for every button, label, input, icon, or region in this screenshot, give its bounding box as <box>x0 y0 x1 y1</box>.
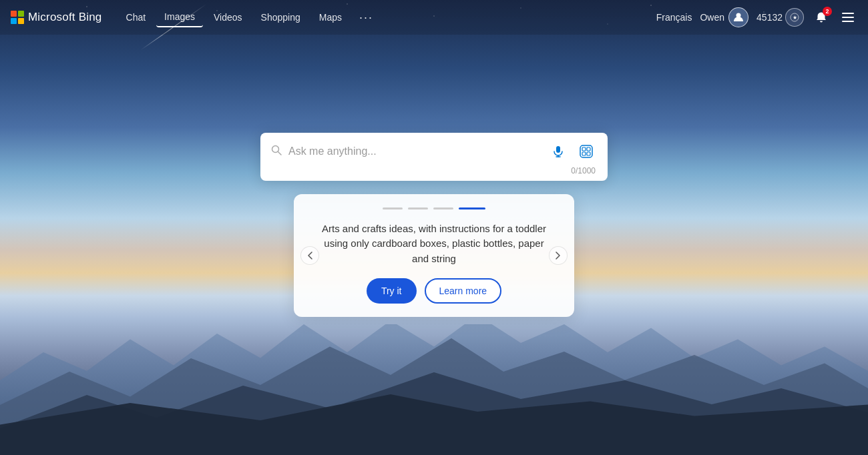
nav-link-shopping[interactable]: Shopping <box>253 8 308 27</box>
points-value: 45132 <box>756 12 783 23</box>
search-input-row <box>271 141 597 162</box>
search-box: 0/1000 <box>260 133 608 181</box>
svg-rect-15 <box>587 152 590 155</box>
prev-slide-button[interactable] <box>300 246 319 265</box>
suggestion-text: Arts and crafts ideas, with instructions… <box>304 221 564 267</box>
ms-logo-blue <box>11 18 17 24</box>
indicator-dot-3[interactable] <box>433 207 453 209</box>
hamburger-menu-button[interactable] <box>839 8 857 27</box>
indicator-dot-1[interactable] <box>383 207 403 209</box>
notification-count: 2 <box>823 7 832 16</box>
search-input[interactable] <box>288 145 541 157</box>
microphone-button[interactable] <box>548 141 569 162</box>
character-counter: 0/1000 <box>271 166 597 175</box>
indicator-dot-4[interactable] <box>459 207 485 209</box>
image-search-button[interactable] <box>576 141 597 162</box>
microsoft-logo-icon <box>11 11 24 24</box>
learn-more-button[interactable]: Learn more <box>425 278 502 304</box>
search-icon <box>271 145 282 158</box>
indicator-dot-2[interactable] <box>408 207 428 209</box>
ms-logo-red <box>11 11 17 17</box>
svg-rect-12 <box>582 147 586 151</box>
svg-text:★: ★ <box>793 15 797 21</box>
svg-rect-11 <box>580 145 592 157</box>
language-selector[interactable]: Français <box>656 12 692 23</box>
next-slide-button[interactable] <box>549 246 568 265</box>
svg-rect-5 <box>842 21 854 22</box>
suggestion-card: Arts and crafts ideas, with instructions… <box>294 194 574 318</box>
main-content: 0/1000 Arts and crafts ideas, with instr… <box>0 35 868 455</box>
user-menu[interactable]: Owen <box>700 7 748 27</box>
more-menu-button[interactable]: ··· <box>353 7 380 29</box>
ms-logo-yellow <box>18 18 24 24</box>
rewards-points[interactable]: 45132 ★ <box>756 8 804 27</box>
svg-rect-13 <box>587 147 590 151</box>
nav-links: Chat Images Videos Shopping Maps ··· <box>118 7 656 29</box>
svg-rect-8 <box>556 146 560 153</box>
try-it-button[interactable]: Try it <box>367 278 417 304</box>
bing-brand-text: Microsoft Bing <box>28 11 102 24</box>
svg-rect-4 <box>842 17 854 18</box>
nav-link-chat[interactable]: Chat <box>118 8 154 27</box>
navbar-right: Français Owen 45132 ★ 2 <box>656 7 857 27</box>
user-name: Owen <box>700 12 724 23</box>
nav-link-images[interactable]: Images <box>156 7 203 27</box>
slide-indicators <box>304 207 564 209</box>
svg-rect-14 <box>582 152 586 155</box>
nav-link-maps[interactable]: Maps <box>311 8 350 27</box>
rewards-icon: ★ <box>785 8 804 27</box>
ms-logo-green <box>18 11 24 17</box>
nav-link-videos[interactable]: Videos <box>206 8 250 27</box>
notifications-button[interactable]: 2 <box>812 8 831 27</box>
user-avatar <box>728 7 748 27</box>
svg-line-7 <box>278 151 282 155</box>
search-icons-right <box>548 141 597 162</box>
svg-rect-3 <box>842 13 854 14</box>
navbar: Microsoft Bing Chat Images Videos Shoppi… <box>0 0 868 35</box>
suggestion-action-buttons: Try it Learn more <box>304 278 564 304</box>
brand-logo[interactable]: Microsoft Bing <box>11 11 102 24</box>
